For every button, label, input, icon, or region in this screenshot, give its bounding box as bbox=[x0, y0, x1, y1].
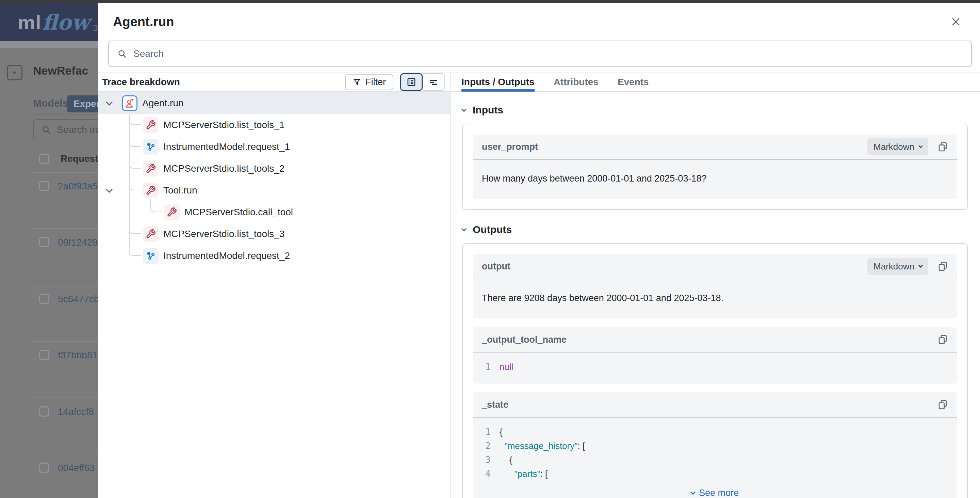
filter-button[interactable]: Filter bbox=[345, 74, 393, 90]
model-icon bbox=[146, 251, 156, 261]
span-label: InstrumentedModel.request_2 bbox=[163, 251, 290, 261]
tree-node-mcpserverstdio-call-tool[interactable]: MCPServerStdio.call_tool bbox=[98, 201, 450, 223]
tree-node-mcpserverstdio-list-tools-3[interactable]: MCPServerStdio.list_tools_3 bbox=[98, 223, 450, 245]
tool-icon-box bbox=[164, 204, 180, 220]
copy-icon bbox=[937, 141, 948, 152]
tool-icon-box bbox=[143, 183, 159, 198]
line-number: 4 bbox=[482, 467, 491, 481]
format-select[interactable]: Markdown bbox=[867, 258, 928, 275]
copy-icon bbox=[937, 261, 948, 272]
modal-header: Agent.run bbox=[98, 3, 980, 40]
chevron-down-icon[interactable] bbox=[106, 99, 113, 105]
modal-search-input[interactable]: Search bbox=[108, 40, 972, 67]
field-name: user_prompt bbox=[482, 142, 538, 152]
trace-id-link[interactable]: 2a0f93a5 bbox=[58, 181, 98, 192]
span-detail-panel: Inputs / OutputsAttributesEvents Inputs … bbox=[450, 73, 980, 498]
row-checkbox[interactable] bbox=[39, 294, 49, 304]
view-toggle-group bbox=[400, 73, 445, 91]
tool-icon-box bbox=[143, 161, 159, 176]
tab-models[interactable]: Models bbox=[33, 97, 68, 109]
field-name: _state bbox=[482, 399, 508, 410]
column-header-request: Request bbox=[60, 153, 98, 164]
agent-icon bbox=[124, 97, 135, 109]
row-checkbox[interactable] bbox=[39, 237, 49, 247]
chevron-down-icon bbox=[918, 144, 923, 148]
span-label: MCPServerStdio.list_tools_3 bbox=[163, 228, 285, 239]
detail-tabs: Inputs / OutputsAttributesEvents bbox=[450, 73, 980, 92]
line-number: 1 bbox=[482, 360, 491, 374]
tool-icon-box bbox=[143, 226, 159, 242]
field-output: outputMarkdownThere are 9208 days betwee… bbox=[473, 254, 957, 319]
copy-button[interactable] bbox=[937, 141, 948, 152]
run-button[interactable] bbox=[7, 65, 22, 80]
select-all-checkbox[interactable] bbox=[39, 153, 49, 164]
inputs-section-header[interactable]: Inputs bbox=[462, 102, 968, 118]
row-checkbox[interactable] bbox=[39, 181, 49, 191]
tree-view-icon bbox=[406, 77, 417, 88]
tab-attributes[interactable]: Attributes bbox=[554, 73, 598, 91]
chevron-down-icon[interactable] bbox=[106, 186, 113, 193]
trace-id-link[interactable]: 004eff63 bbox=[58, 463, 95, 474]
wrench-icon bbox=[146, 185, 156, 196]
tree-node-mcpserverstdio-list-tools-2[interactable]: MCPServerStdio.list_tools_2 bbox=[98, 158, 450, 179]
tab-inputs-outputs[interactable]: Inputs / Outputs bbox=[461, 73, 535, 91]
model-icon bbox=[146, 142, 156, 152]
format-select[interactable]: Markdown bbox=[867, 138, 928, 155]
copy-icon bbox=[937, 334, 948, 345]
row-checkbox[interactable] bbox=[39, 406, 49, 417]
copy-button[interactable] bbox=[937, 261, 948, 272]
detail-content: Inputs user_promptMarkdownHow many days … bbox=[450, 92, 980, 498]
see-more-link[interactable]: See more bbox=[482, 488, 948, 498]
search-icon bbox=[41, 124, 51, 135]
trace-breakdown-title: Trace breakdown bbox=[102, 77, 180, 88]
play-icon bbox=[11, 69, 18, 76]
agent-icon-box bbox=[122, 96, 137, 111]
field-user-prompt: user_promptMarkdownHow many days between… bbox=[473, 134, 957, 199]
modal-title: Agent.run bbox=[113, 14, 174, 29]
chevron-down-icon bbox=[690, 490, 696, 495]
span-label: MCPServerStdio.call_tool bbox=[185, 207, 293, 218]
copy-button[interactable] bbox=[937, 334, 948, 345]
trace-id-link[interactable]: 5c6477cb bbox=[58, 294, 99, 305]
trace-id-link[interactable]: f37bbb81 bbox=[58, 350, 98, 361]
timeline-view-icon bbox=[428, 77, 439, 88]
tree-node-mcpserverstdio-list-tools-1[interactable]: MCPServerStdio.list_tools_1 bbox=[98, 114, 450, 136]
timeline-view-toggle[interactable] bbox=[423, 73, 445, 91]
screen: mlflow 3. NewRefac Models Experiment Sea… bbox=[0, 0, 980, 498]
experiment-title: NewRefac bbox=[33, 64, 89, 77]
span-tree: Agent.runMCPServerStdio.list_tools_1Inst… bbox=[98, 92, 450, 498]
trace-breakdown-header: Trace breakdown Filter bbox=[98, 73, 450, 92]
table-header-row: Request bbox=[39, 153, 98, 164]
span-label: InstrumentedModel.request_1 bbox=[163, 141, 290, 152]
trace-id-link[interactable]: 14afccf8 bbox=[58, 406, 94, 417]
line-number: 3 bbox=[482, 453, 491, 467]
field-state: _state1{2 "message_history": [3 {4 "part… bbox=[473, 393, 957, 498]
search-icon bbox=[117, 49, 127, 59]
tab-events[interactable]: Events bbox=[617, 73, 649, 91]
outputs-card: outputMarkdownThere are 9208 days betwee… bbox=[462, 243, 968, 498]
wrench-icon bbox=[167, 207, 177, 217]
outputs-section-header[interactable]: Outputs bbox=[462, 222, 968, 237]
field-name: _output_tool_name bbox=[482, 335, 566, 345]
field-name: output bbox=[482, 261, 511, 272]
tree-node-instrumentedmodel-request-1[interactable]: InstrumentedModel.request_1 bbox=[98, 136, 450, 158]
wrench-icon bbox=[146, 163, 156, 174]
row-checkbox[interactable] bbox=[39, 463, 49, 473]
chevron-down-icon bbox=[918, 263, 923, 268]
tree-node-instrumentedmodel-request-2[interactable]: InstrumentedModel.request_2 bbox=[98, 245, 450, 267]
close-button[interactable] bbox=[950, 16, 962, 27]
tree-node-agent-run[interactable]: Agent.run bbox=[98, 92, 450, 114]
span-label: Agent.run bbox=[142, 98, 183, 109]
field-value: How many days between 2000-01-01 and 202… bbox=[473, 160, 957, 199]
search-placeholder: Search tra bbox=[57, 124, 101, 135]
trace-id-link[interactable]: 09f12429 bbox=[58, 237, 98, 248]
row-checkbox[interactable] bbox=[39, 350, 49, 360]
line-number: 1 bbox=[482, 425, 491, 439]
model-icon-box bbox=[143, 248, 159, 263]
tree-node-tool-run[interactable]: Tool.run bbox=[98, 179, 450, 201]
copy-button[interactable] bbox=[937, 399, 948, 410]
chevron-down-icon bbox=[461, 226, 467, 231]
tool-icon-box bbox=[143, 117, 159, 133]
trace-breakdown-panel: Trace breakdown Filter bbox=[98, 73, 450, 498]
tree-view-toggle[interactable] bbox=[400, 73, 423, 91]
